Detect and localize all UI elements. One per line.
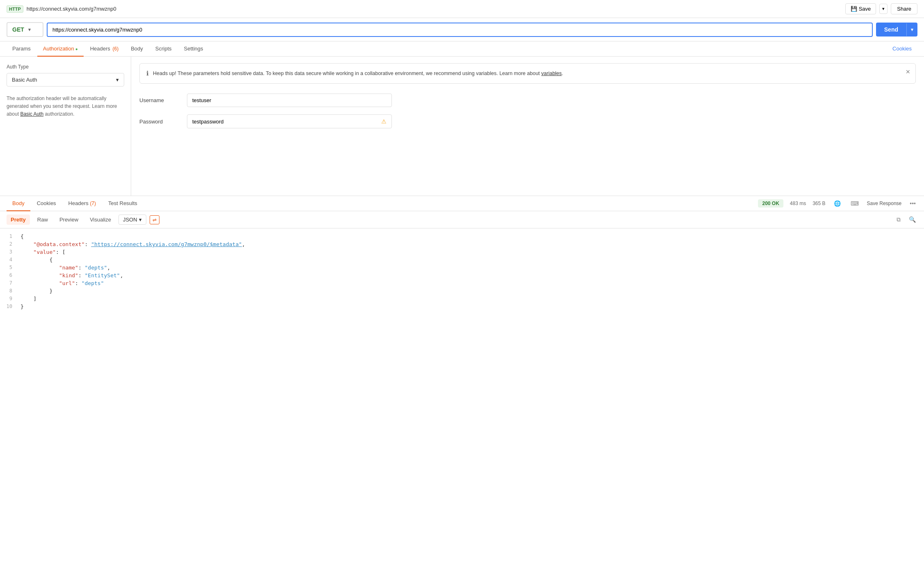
format-tab-visualize[interactable]: Visualize bbox=[86, 215, 115, 225]
share-button[interactable]: Share bbox=[891, 3, 917, 14]
code-text-3: "value": [ bbox=[20, 249, 66, 255]
url-input[interactable] bbox=[47, 23, 873, 37]
url-bar: GET ▾ Send ▾ bbox=[0, 18, 924, 41]
save-label: Save bbox=[859, 6, 871, 12]
save-button[interactable]: 💾 Save bbox=[845, 3, 876, 14]
auth-type-label: Auth Type bbox=[7, 64, 124, 70]
response-icon2: ⌨ bbox=[849, 199, 860, 208]
code-text-1: { bbox=[20, 233, 24, 240]
metadata-link[interactable]: "https://connect.skyvia.com/g7mwznp0/$me… bbox=[91, 241, 242, 247]
top-bar-right: 💾 Save ▾ Share bbox=[845, 3, 917, 14]
send-button[interactable]: Send ▾ bbox=[876, 23, 917, 37]
line-num-8: 8 bbox=[0, 288, 20, 294]
search-icon[interactable]: 🔍 bbox=[907, 215, 917, 224]
request-tabs: Params Authorization● Headers (6) Body S… bbox=[0, 41, 924, 57]
top-bar-url: https://connect.skyvia.com/g7mwznp0 bbox=[27, 6, 116, 12]
auth-description: The authorization header will be automat… bbox=[7, 95, 124, 119]
username-input-wrapper bbox=[187, 94, 392, 107]
username-input[interactable] bbox=[192, 97, 387, 103]
json-val-5: "depts" bbox=[85, 265, 107, 271]
main-content: Auth Type Basic Auth ▾ The authorization… bbox=[0, 57, 924, 196]
username-label: Username bbox=[139, 97, 180, 103]
json-val-7: "depts" bbox=[82, 280, 104, 286]
info-suffix: . bbox=[562, 71, 563, 76]
left-panel: Auth Type Basic Auth ▾ The authorization… bbox=[0, 57, 131, 196]
line-num-3: 3 bbox=[0, 249, 20, 255]
json-key-7: "url" bbox=[59, 280, 75, 286]
tab-body[interactable]: Body bbox=[125, 41, 149, 57]
send-dropdown-icon[interactable]: ▾ bbox=[906, 23, 917, 36]
save-response-button[interactable]: Save Response bbox=[867, 201, 902, 206]
close-icon[interactable]: ✕ bbox=[906, 68, 910, 75]
code-text-2: "@odata.context": "https://connect.skyvi… bbox=[20, 241, 245, 247]
code-line-4: 4 { bbox=[0, 256, 924, 264]
response-tab-body[interactable]: Body bbox=[7, 196, 30, 211]
warning-icon: ⚠ bbox=[381, 118, 387, 125]
code-text-7: "url": "depts" bbox=[20, 280, 104, 286]
line-num-5: 5 bbox=[0, 265, 20, 270]
response-tab-cookies[interactable]: Cookies bbox=[31, 196, 62, 211]
top-bar-left: HTTP https://connect.skyvia.com/g7mwznp0 bbox=[7, 5, 116, 13]
json-key-6: "kind" bbox=[59, 272, 78, 278]
tab-headers[interactable]: Headers (6) bbox=[84, 41, 124, 57]
variables-link[interactable]: variables bbox=[541, 71, 562, 76]
password-label: Password bbox=[139, 119, 180, 125]
format-arrow-icon: ▾ bbox=[139, 217, 142, 223]
code-line-9: 9 ] bbox=[0, 295, 924, 303]
json-key-2: "@odata.context" bbox=[33, 241, 84, 247]
format-tab-raw[interactable]: Raw bbox=[33, 215, 52, 225]
code-area: 1 { 2 "@odata.context": "https://connect… bbox=[0, 228, 924, 315]
http-badge: HTTP bbox=[7, 5, 23, 13]
basic-auth-link[interactable]: Basic Auth bbox=[20, 111, 43, 117]
code-text-10: } bbox=[20, 304, 24, 310]
password-input[interactable] bbox=[192, 119, 381, 125]
line-num-1: 1 bbox=[0, 233, 20, 239]
auth-dot: ● bbox=[75, 47, 78, 51]
line-num-4: 4 bbox=[0, 257, 20, 262]
auth-type-value: Basic Auth bbox=[12, 77, 37, 83]
tab-cookies[interactable]: Cookies bbox=[887, 41, 917, 57]
format-tab-pretty[interactable]: Pretty bbox=[7, 215, 30, 225]
line-num-7: 7 bbox=[0, 280, 20, 286]
response-time: 483 ms bbox=[790, 201, 806, 206]
format-value: JSON bbox=[123, 217, 137, 223]
info-icon: ℹ bbox=[146, 70, 149, 77]
info-text: Heads up! These parameters hold sensitiv… bbox=[153, 69, 563, 78]
status-badge: 200 OK bbox=[758, 199, 783, 208]
code-text-9: ] bbox=[20, 296, 36, 302]
auth-description-suffix2: authorization. bbox=[45, 111, 74, 117]
response-size: 365 B bbox=[812, 201, 825, 206]
info-banner: ℹ Heads up! These parameters hold sensit… bbox=[139, 63, 916, 84]
code-line-3: 3 "value": [ bbox=[0, 248, 924, 256]
tab-authorization-label: Authorization bbox=[43, 46, 74, 52]
response-headers-label: Headers bbox=[68, 200, 89, 206]
method-select[interactable]: GET ▾ bbox=[7, 22, 43, 37]
format-select[interactable]: JSON ▾ bbox=[118, 215, 146, 225]
send-label: Send bbox=[876, 23, 906, 37]
wrap-icon[interactable]: ⇌ bbox=[150, 215, 159, 224]
headers-label: Headers bbox=[90, 46, 110, 52]
response-tab-headers[interactable]: Headers (7) bbox=[63, 196, 102, 211]
tab-settings[interactable]: Settings bbox=[178, 41, 209, 57]
line-num-2: 2 bbox=[0, 241, 20, 247]
code-text-8: } bbox=[20, 288, 52, 294]
tab-scripts[interactable]: Scripts bbox=[150, 41, 178, 57]
code-text-5: "name": "depts", bbox=[20, 265, 110, 271]
copy-icon[interactable]: ⧉ bbox=[895, 215, 902, 224]
save-icon: 💾 bbox=[851, 6, 857, 12]
format-tab-preview[interactable]: Preview bbox=[55, 215, 82, 225]
format-right: ⧉ 🔍 bbox=[895, 215, 917, 224]
tab-params[interactable]: Params bbox=[7, 41, 36, 57]
auth-type-select[interactable]: Basic Auth ▾ bbox=[7, 73, 124, 87]
tab-authorization[interactable]: Authorization● bbox=[37, 41, 84, 57]
code-line-2: 2 "@odata.context": "https://connect.sky… bbox=[0, 240, 924, 248]
json-val-6: "EntitySet" bbox=[85, 272, 120, 278]
code-line-10: 10 } bbox=[0, 303, 924, 310]
code-text-6: "kind": "EntitySet", bbox=[20, 272, 123, 278]
more-options-icon[interactable]: ••• bbox=[908, 199, 917, 208]
save-dropdown-button[interactable]: ▾ bbox=[879, 4, 888, 14]
password-row: Password ⚠ bbox=[139, 114, 916, 128]
username-row: Username bbox=[139, 94, 916, 107]
response-tab-test-results[interactable]: Test Results bbox=[102, 196, 143, 211]
method-value: GET bbox=[12, 26, 24, 33]
